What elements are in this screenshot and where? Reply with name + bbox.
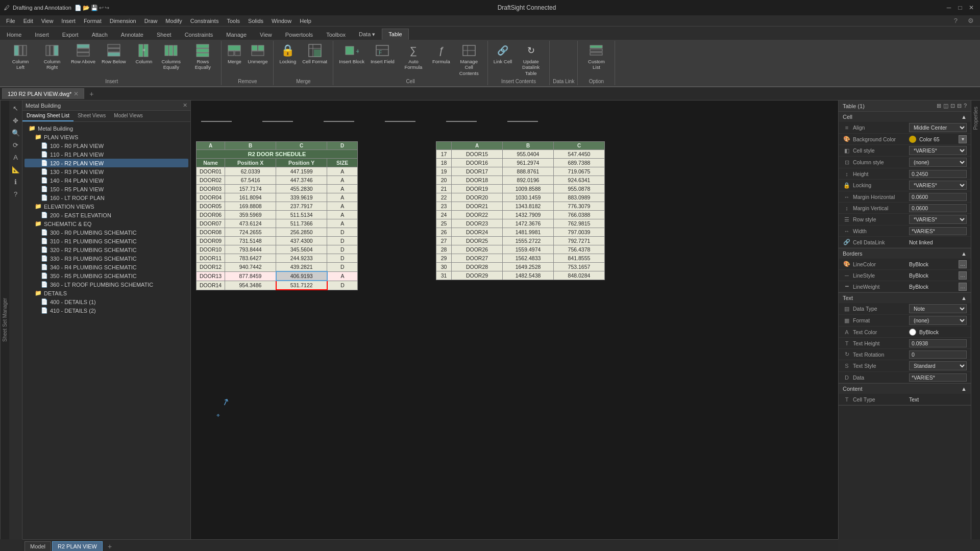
- column-btn[interactable]: ≡ Column: [133, 42, 155, 66]
- tool-properties[interactable]: ℹ: [10, 176, 21, 187]
- unmerge-btn[interactable]: Unmerge: [245, 42, 270, 66]
- panel-icon-2[interactable]: ◫: [943, 103, 948, 109]
- tree-item-schematic[interactable]: 📁 SCHEMATIC & EQ: [24, 219, 188, 228]
- save-btn[interactable]: 💾: [91, 5, 98, 11]
- tool-annotate2[interactable]: A: [10, 152, 21, 163]
- view-tab-add[interactable]: +: [104, 541, 116, 551]
- menu-insert[interactable]: Insert: [57, 17, 80, 25]
- redo-btn[interactable]: ↪: [105, 5, 109, 11]
- tab-annotate[interactable]: Annotate: [114, 29, 150, 40]
- menu-format[interactable]: Format: [80, 17, 106, 25]
- custom-list-btn[interactable]: Custom List: [581, 42, 611, 72]
- doc-tab-close[interactable]: ✕: [74, 90, 79, 97]
- menu-window[interactable]: Window: [267, 17, 296, 25]
- new-btn[interactable]: 📄: [75, 5, 82, 11]
- rows-equally-btn[interactable]: Rows Equally: [187, 42, 218, 72]
- tree-tab-drawing-sheet[interactable]: Drawing Sheet List: [22, 111, 74, 121]
- menu-solids[interactable]: Solids: [244, 17, 267, 25]
- menu-constraints[interactable]: Constraints: [186, 17, 223, 25]
- tree-item-plan-views[interactable]: 📁 PLAN VIEWS: [24, 133, 188, 141]
- cell-format-btn[interactable]: Cell Format: [300, 42, 330, 66]
- tree-item-310[interactable]: 📄310 - R1 PLUMBING SCHEMATIC: [24, 237, 188, 245]
- tool-pan[interactable]: ✥: [10, 115, 21, 126]
- tree-tab-model-views[interactable]: Model Views: [110, 111, 147, 121]
- prop-dt-value[interactable]: Note: [909, 304, 967, 313]
- prop-height-value[interactable]: [909, 170, 967, 178]
- doc-tab-active[interactable]: 120 R2 PLAN VIEW.dwg* ✕: [2, 88, 84, 99]
- tool-select[interactable]: ↖: [10, 103, 21, 114]
- minimize-btn[interactable]: ─: [944, 3, 953, 12]
- tree-item-110[interactable]: 📄 110 - R1 PLAN VIEW: [24, 150, 188, 159]
- menu-help[interactable]: Help: [296, 17, 315, 25]
- settings-icon[interactable]: ⚙: [964, 16, 978, 26]
- prop-ts-value[interactable]: Standard: [909, 361, 967, 370]
- row-above-btn[interactable]: Row Above: [68, 42, 98, 66]
- prop-row-style-value[interactable]: *VARIES*: [909, 215, 967, 224]
- prop-cell-style-value[interactable]: *VARIES*: [909, 146, 967, 155]
- column-right-btn[interactable]: Column Right: [37, 42, 67, 72]
- prop-tr-value[interactable]: [909, 350, 967, 359]
- tab-sheet[interactable]: Sheet: [150, 29, 178, 40]
- tree-item-130[interactable]: 📄 130 - R3 PLAN VIEW: [24, 167, 188, 176]
- tree-item-elevation[interactable]: 📁 ELEVATION VIEWS: [24, 202, 188, 211]
- bgcolor-dropdown-btn[interactable]: ▾: [959, 135, 967, 143]
- tab-attach[interactable]: Attach: [85, 29, 114, 40]
- prop-margin-h-value[interactable]: [909, 193, 967, 201]
- tab-export[interactable]: Export: [56, 29, 85, 40]
- help-icon[interactable]: ?: [950, 16, 962, 26]
- prop-locking-value[interactable]: *VARIES*: [909, 181, 967, 190]
- merge-btn[interactable]: Merge: [225, 42, 244, 66]
- columns-equally-btn[interactable]: Columns Equally: [156, 42, 186, 72]
- tree-item-330[interactable]: 📄330 - R3 PLUMBING SCHEMATIC: [24, 254, 188, 263]
- panel-icon-1[interactable]: ⊞: [937, 103, 941, 109]
- tree-item-160[interactable]: 📄 160 - LT ROOF PLAN: [24, 193, 188, 202]
- tool-zoom[interactable]: 🔍: [10, 127, 21, 138]
- tab-home[interactable]: Home: [0, 29, 28, 40]
- close-btn[interactable]: ✕: [967, 3, 976, 12]
- tree-item-320[interactable]: 📄320 - R2 PLUMBING SCHEMATIC: [24, 245, 188, 254]
- prop-format-value[interactable]: (none): [909, 316, 967, 325]
- menu-edit[interactable]: Edit: [19, 17, 37, 25]
- cell-section-header[interactable]: Cell ▲: [839, 112, 971, 122]
- auto-formula-btn[interactable]: ∑ Auto Formula: [398, 42, 429, 72]
- window-controls[interactable]: ─ □ ✕: [944, 3, 976, 12]
- left-panel-close[interactable]: ✕: [183, 102, 187, 109]
- prop-margin-v-value[interactable]: [909, 204, 967, 212]
- tree-item-details[interactable]: 📁 DETAILS: [24, 289, 188, 297]
- tab-constraints[interactable]: Constraints: [178, 29, 220, 40]
- tab-manage[interactable]: Manage: [219, 29, 253, 40]
- update-datalink-btn[interactable]: ↻ Update Datalink Table: [516, 42, 546, 78]
- tree-item-300[interactable]: 📄300 - R0 PLUMBING SCHEMATIC: [24, 228, 188, 237]
- tree-item-200[interactable]: 📄 200 - EAST ELEVATION: [24, 211, 188, 219]
- menu-draw[interactable]: Draw: [140, 17, 162, 25]
- manage-cell-btn[interactable]: Manage Cell Contents: [454, 42, 484, 78]
- view-tab-model[interactable]: Model: [24, 541, 51, 551]
- column-left-btn[interactable]: Column Left: [5, 42, 36, 72]
- row-below-btn[interactable]: Row Below: [99, 42, 129, 66]
- tool-help[interactable]: ?: [10, 188, 21, 199]
- linestyle-btn[interactable]: …: [959, 271, 967, 280]
- undo-btn[interactable]: ↩: [99, 5, 104, 11]
- lineweight-btn[interactable]: …: [959, 283, 967, 291]
- insert-block-btn[interactable]: + Insert Block: [336, 42, 367, 66]
- linecolor-btn[interactable]: …: [959, 260, 967, 268]
- panel-icon-4[interactable]: ⊟: [957, 103, 962, 109]
- tab-table[interactable]: Table: [382, 29, 408, 40]
- prop-data-value[interactable]: [909, 373, 967, 382]
- menu-dimension[interactable]: Dimension: [106, 17, 140, 25]
- view-tab-r2[interactable]: R2 PLAN VIEW: [52, 541, 103, 551]
- tree-item-400[interactable]: 📄400 - DETAILS (1): [24, 297, 188, 306]
- tree-item-100[interactable]: 📄 100 - R0 PLAN VIEW: [24, 141, 188, 150]
- panel-help-icon[interactable]: ?: [964, 103, 967, 109]
- tree-item-140[interactable]: 📄 140 - R4 PLAN VIEW: [24, 176, 188, 185]
- menu-view[interactable]: View: [37, 17, 58, 25]
- open-btn[interactable]: 📂: [83, 5, 90, 11]
- tree-item-410[interactable]: 📄410 - DETAILS (2): [24, 306, 188, 315]
- insert-field-btn[interactable]: F Insert Field: [368, 42, 397, 66]
- prop-th-value[interactable]: [909, 339, 967, 347]
- tab-insert[interactable]: Insert: [28, 29, 56, 40]
- menu-file[interactable]: File: [2, 17, 19, 25]
- tab-view[interactable]: View: [253, 29, 279, 40]
- tree-item-150[interactable]: 📄 150 - R5 PLAN VIEW: [24, 185, 188, 193]
- tree-item-root[interactable]: 📁 Metal Building: [24, 124, 188, 133]
